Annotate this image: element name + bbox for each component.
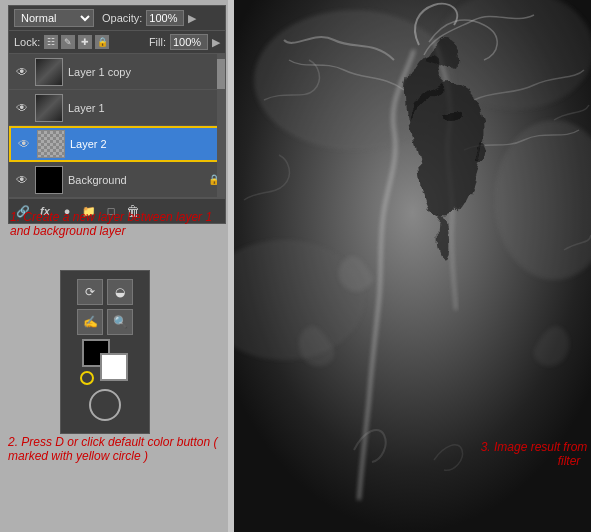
eye-icon-2[interactable]: 👁 [16,136,32,152]
layer-item-2[interactable]: 👁 Layer 2 [9,126,225,162]
instruction-1-text: 1. Create a new layer between layer 1 an… [10,210,212,238]
layer-name-bg: Background [68,174,203,186]
layer-thumb-bg [35,166,63,194]
blend-mode-select[interactable]: Normal Dissolve Multiply Screen Overlay [14,9,94,27]
layer-name-copy: Layer 1 copy [68,66,220,78]
layers-scrollbar-thumb[interactable] [217,59,225,89]
layer-name-2: Layer 2 [70,138,218,150]
instruction-1: 1. Create a new layer between layer 1 an… [10,210,225,238]
instruction-3: 3. Image result from using clouds filter [474,440,591,468]
zoom-tool[interactable]: 🔍 [107,309,133,335]
layer-thumb-2 [37,130,65,158]
eye-icon-copy[interactable]: 👁 [14,64,30,80]
ellipse-tool[interactable] [89,389,121,421]
left-panel: Normal Dissolve Multiply Screen Overlay … [0,0,228,532]
opacity-input[interactable] [146,10,184,26]
instruction-3-text: 3. Image result from using clouds filter [481,440,591,468]
hand-tool[interactable]: ✍ [77,309,103,335]
polygonal-lasso-tool[interactable]: ◒ [107,279,133,305]
lasso-tool[interactable]: ⟳ [77,279,103,305]
layers-panel: Normal Dissolve Multiply Screen Overlay … [8,5,226,224]
instruction-2: 2. Press D or click default color button… [8,435,223,463]
layer-thumb-1 [35,94,63,122]
tools-row-2: ✍ 🔍 [69,309,141,335]
layer-name-1: Layer 1 [68,102,220,114]
tools-panel: ⟳ ◒ ✍ 🔍 [60,270,150,434]
svg-point-5 [444,110,464,120]
layers-top-bar: Normal Dissolve Multiply Screen Overlay … [9,6,225,31]
lock-transparent-icon[interactable]: ☷ [44,35,58,49]
layer-item-1[interactable]: 👁 Layer 1 [9,90,225,126]
layers-list: 👁 Layer 1 copy 👁 Layer 1 👁 Layer 2 👁 [9,54,225,198]
default-color-button[interactable] [80,371,94,385]
lock-bar: Lock: ☷ ✎ ✚ 🔒 Fill: ▶ [9,31,225,54]
right-image-panel: 3. Image result from using clouds filter [234,0,591,532]
fill-input[interactable] [170,34,208,50]
ellipse-row [69,385,141,425]
background-swatch[interactable] [100,353,128,381]
eye-icon-bg[interactable]: 👁 [14,172,30,188]
lock-icons: ☷ ✎ ✚ 🔒 [44,35,109,49]
eye-icon-1[interactable]: 👁 [14,100,30,116]
layer-item-copy[interactable]: 👁 Layer 1 copy [9,54,225,90]
lock-label: Lock: [14,36,40,48]
instruction-2-text: 2. Press D or click default color button… [8,435,217,463]
layer-thumb-copy [35,58,63,86]
lock-position-icon[interactable]: ✚ [78,35,92,49]
lock-image-icon[interactable]: ✎ [61,35,75,49]
fill-label: Fill: [149,36,166,48]
tools-row-1: ⟳ ◒ [69,279,141,305]
opacity-arrow: ▶ [188,12,196,25]
opacity-label: Opacity: [102,12,142,24]
color-swatches [82,339,128,381]
lock-all-icon[interactable]: 🔒 [95,35,109,49]
fill-arrow: ▶ [212,36,220,49]
layers-scrollbar[interactable] [217,54,225,198]
layer-item-background[interactable]: 👁 Background 🔒 [9,162,225,198]
